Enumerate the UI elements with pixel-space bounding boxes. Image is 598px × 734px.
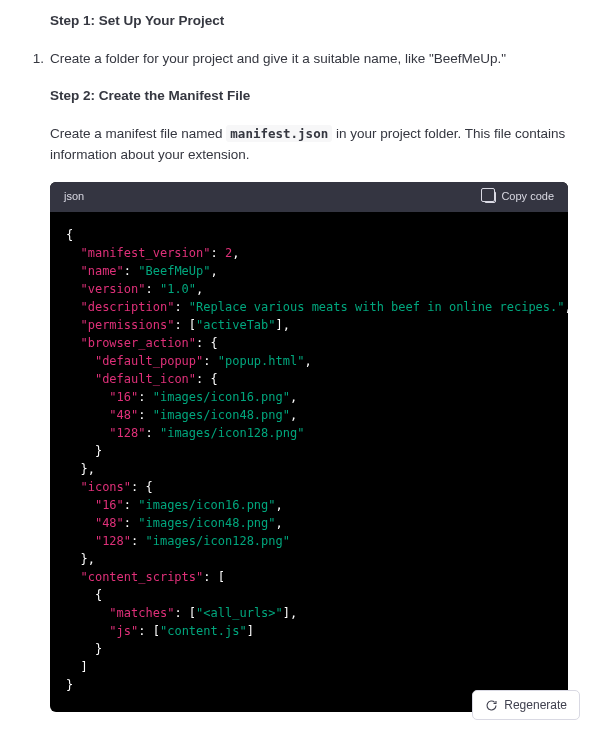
step1-heading: Step 1: Set Up Your Project (50, 10, 568, 32)
regenerate-label: Regenerate (504, 698, 567, 712)
code-body: { "manifest_version": 2, "name": "BeefMe… (50, 212, 568, 712)
copy-code-button[interactable]: Copy code (484, 188, 554, 206)
inline-code: manifest.json (226, 125, 332, 142)
step1-list-item: 1. Create a folder for your project and … (30, 48, 568, 70)
copy-icon (484, 191, 496, 203)
tutorial-content: Step 1: Set Up Your Project 1. Create a … (0, 0, 598, 732)
copy-label: Copy code (501, 188, 554, 206)
code-lang-label: json (64, 188, 84, 206)
code-block: json Copy code { "manifest_version": 2, … (50, 182, 568, 712)
step2-heading: Step 2: Create the Manifest File (50, 85, 568, 107)
regenerate-button[interactable]: Regenerate (472, 690, 580, 720)
list-number: 1. (30, 48, 44, 70)
step2-paragraph: Create a manifest file named manifest.js… (50, 123, 568, 166)
regenerate-icon (485, 699, 498, 712)
list-text: Create a folder for your project and giv… (50, 48, 568, 70)
code-header: json Copy code (50, 182, 568, 212)
para-text-before: Create a manifest file named (50, 126, 226, 141)
